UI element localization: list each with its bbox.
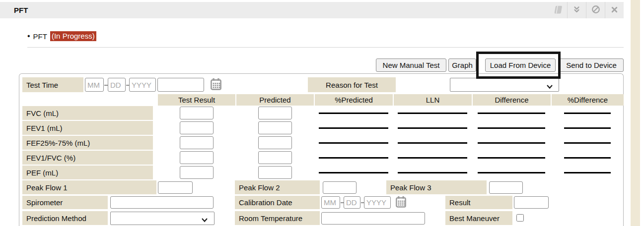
test-time-month-input[interactable] (85, 78, 104, 92)
cancel-button[interactable] (586, 2, 605, 18)
bullet-icon (27, 32, 30, 41)
fev1-pct-predicted-blank (319, 127, 388, 129)
test-time-label: Test Time (22, 77, 83, 92)
row-label-fev1-fvc: FEV1/FVC (%) (22, 151, 153, 165)
pef-pct-difference-blank (564, 172, 611, 173)
window-title: PFT (14, 6, 28, 14)
test-time-day-input[interactable] (108, 78, 126, 92)
pef-difference-blank (478, 172, 545, 173)
fef-pct-difference-blank (564, 142, 611, 144)
fev1-fvc-test-result-input[interactable] (180, 151, 214, 164)
fef-test-result-input[interactable] (180, 136, 214, 149)
column-header-predicted: Predicted (236, 94, 314, 106)
best-maneuver-label: Best Maneuver (445, 211, 512, 225)
reason-for-test-label: Reason for Test (308, 77, 396, 92)
new-manual-test-button[interactable]: New Manual Test (376, 58, 446, 72)
fvc-predicted-input[interactable] (258, 107, 292, 119)
peak-flow-1-label: Peak Flow 1 (22, 180, 156, 194)
reason-for-test-select[interactable] (450, 78, 559, 92)
titlebar: PFT (0, 2, 624, 18)
fev1-fvc-difference-blank (478, 157, 545, 159)
titlebar-icon-group (549, 2, 624, 18)
result-input[interactable] (514, 196, 549, 209)
peak-flow-3-input[interactable] (489, 181, 523, 194)
peak-flow-1-input[interactable] (158, 181, 193, 194)
fvc-lln-blank (398, 113, 467, 114)
pft-window: PFT (0, 0, 644, 226)
pef-pct-predicted-blank (319, 172, 388, 173)
calibration-year-input[interactable] (364, 196, 391, 209)
row-label-fef: FEF25%-75% (mL) (22, 136, 153, 150)
fef-predicted-input[interactable] (258, 136, 292, 149)
fev1-fvc-pct-predicted-blank (319, 157, 388, 159)
collapse-button[interactable] (567, 2, 586, 18)
prediction-method-label: Prediction Method (22, 211, 108, 225)
result-label: Result (445, 196, 512, 209)
calibration-calendar-icon[interactable] (396, 196, 406, 209)
fev1-test-result-input[interactable] (180, 121, 214, 134)
row-label-fvc: FVC (mL) (22, 106, 153, 120)
column-header-pct-difference: %Difference (552, 94, 624, 106)
collapse-icon (572, 5, 581, 16)
spirometer-input[interactable] (110, 196, 214, 209)
pef-predicted-input[interactable] (258, 166, 292, 179)
peak-flow-2-input[interactable] (323, 181, 357, 194)
close-button[interactable] (605, 2, 624, 18)
fev1-lln-blank (398, 127, 467, 129)
pef-test-result-input[interactable] (180, 166, 214, 179)
column-header-difference: Difference (473, 94, 551, 106)
calibration-day-input[interactable] (344, 196, 360, 209)
test-time-time-input[interactable] (157, 78, 204, 92)
fef-lln-blank (398, 142, 467, 144)
status-badge: (In Progress) (50, 31, 96, 41)
row-label-pef: PEF (mL) (22, 166, 153, 179)
calibration-date-label: Calibration Date (235, 196, 320, 209)
date-separator (104, 85, 108, 86)
column-header-pct-predicted: %Predicted (315, 94, 393, 106)
fvc-difference-blank (478, 113, 545, 114)
row-label-fev1: FEV1 (mL) (22, 121, 153, 135)
fef-pct-predicted-blank (319, 142, 388, 144)
test-time-year-input[interactable] (129, 78, 156, 92)
room-temperature-input[interactable] (321, 212, 425, 225)
separator-line (27, 47, 624, 48)
test-time-calendar-icon[interactable] (211, 78, 221, 92)
fev1-pct-difference-blank (564, 127, 611, 129)
journal-icon (553, 4, 563, 16)
fev1-fvc-pct-difference-blank (564, 157, 611, 159)
column-header-lln: LLN (394, 94, 472, 106)
fef-difference-blank (478, 142, 545, 144)
status-item-label: PFT (33, 32, 47, 41)
fev1-fvc-predicted-input[interactable] (258, 151, 292, 164)
fev1-predicted-input[interactable] (258, 121, 292, 134)
fvc-pct-predicted-blank (319, 113, 388, 114)
column-header-test-result: Test Result (158, 94, 235, 106)
cancel-icon (591, 4, 601, 16)
journal-button[interactable] (549, 2, 567, 18)
peak-flow-2-label: Peak Flow 2 (235, 180, 320, 194)
status-row: PFT (In Progress) (27, 31, 96, 41)
spirometer-label: Spirometer (22, 196, 108, 209)
best-maneuver-checkbox[interactable] (516, 214, 524, 222)
calibration-month-input[interactable] (321, 196, 340, 209)
prediction-method-select[interactable] (110, 212, 215, 225)
fvc-pct-difference-blank (564, 113, 611, 114)
close-icon (610, 5, 619, 15)
fvc-test-result-input[interactable] (180, 107, 214, 119)
peak-flow-3-label: Peak Flow 3 (386, 180, 487, 194)
page-edge-strip (631, 0, 640, 226)
pef-lln-blank (398, 172, 467, 173)
room-temperature-label: Room Temperature (235, 211, 320, 225)
send-to-device-button[interactable]: Send to Device (559, 58, 624, 72)
graph-button[interactable]: Graph (448, 58, 476, 72)
fev1-difference-blank (478, 127, 545, 129)
load-from-device-button[interactable]: Load From Device (485, 58, 556, 72)
fev1-fvc-lln-blank (398, 157, 467, 159)
